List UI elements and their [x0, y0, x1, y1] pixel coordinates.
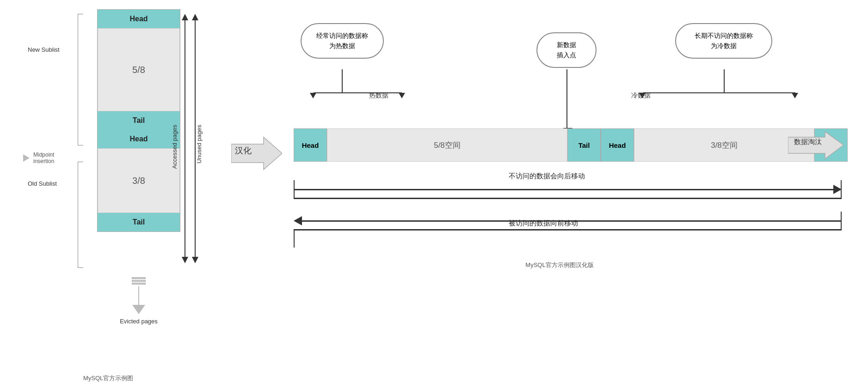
- mysql-caption-left: MySQL官方示例图: [83, 374, 133, 382]
- head1-block: Head: [98, 10, 180, 28]
- cloud3-vert-line: [724, 69, 725, 92]
- accessed-vert-line: [185, 20, 185, 257]
- cloud-hot-data: 经常访问的数据称 为热数据: [301, 23, 384, 59]
- backward-top-left: [294, 180, 295, 199]
- cloud3-down-arrow-right: [792, 93, 798, 98]
- accessed-down-arrow: [182, 257, 188, 263]
- accessed-pages-label: Accessed pages: [171, 125, 178, 169]
- new-sublist-bracket: [78, 14, 83, 146]
- evicted-arrow-line: [138, 286, 139, 305]
- cloud1-down-arrow-left: [310, 93, 316, 98]
- backward-top-right: [841, 180, 842, 199]
- accessed-up-arrow: [182, 14, 188, 20]
- unused-up-arrow: [192, 14, 198, 20]
- left-arrow-head: [294, 216, 302, 225]
- bar-space1: 5/8空间: [327, 128, 567, 162]
- cloud3-down-arrow-left: [639, 93, 646, 98]
- cloud1-horiz-line-right: [342, 92, 402, 93]
- head2-block: Head: [98, 130, 180, 148]
- forward-move-label: 被访问的数据向前移动: [509, 219, 578, 228]
- old-sublist-bracket: [78, 162, 83, 268]
- midpoint-arrow-icon: [23, 154, 30, 162]
- bar-head1: Head: [294, 128, 327, 162]
- accessed-pages-section: [182, 14, 188, 263]
- cloud-cold-data: 长期不访问的数据称 为冷数据: [675, 23, 772, 59]
- new-sublist-space: 5/8: [98, 28, 180, 111]
- cloud1-horiz-line-left: [314, 92, 344, 93]
- backward-bottom-line: [294, 198, 842, 199]
- hanhua-label: 汉化: [235, 145, 252, 156]
- midpoint-insertion-label: Midpointinsertion: [23, 152, 54, 164]
- evicted-line3: [132, 283, 146, 285]
- new-sublist-label: New Sublist: [28, 46, 60, 53]
- cloud1-down-arrow-right: [399, 93, 405, 98]
- cloud3-horiz-line-left: [643, 92, 725, 93]
- evict-label: 数据淘汰: [794, 138, 822, 146]
- unused-pages-label: Unused pages: [196, 125, 203, 164]
- evicted-arrow-head: [132, 305, 145, 314]
- hanhua-arrow-container: 汉化: [231, 135, 282, 173]
- backward-move-label: 不访问的数据会向后移动: [509, 172, 585, 181]
- unused-down-arrow: [192, 257, 198, 263]
- cloud-insert-point: 新数据 插入点: [536, 32, 597, 68]
- evicted-line2: [132, 280, 146, 282]
- backward-move-arrow: [294, 180, 842, 199]
- tail1-block: Tail: [98, 111, 180, 130]
- bar-tail1: Tail: [567, 128, 601, 162]
- cloud1-vert-line: [342, 69, 343, 92]
- forward-bottom-right: [841, 212, 842, 229]
- left-diagram: New Sublist Old Sublist Midpointinsertio…: [28, 9, 203, 232]
- evicted-pages-label: Evicted pages: [97, 318, 180, 325]
- evicted-section: Evicted pages: [97, 277, 180, 325]
- list-container: Head 5/8 Tail Head 3/8 Tail: [97, 9, 180, 232]
- evict-arrow-section: 数据淘汰: [787, 130, 843, 160]
- old-sublist-label: Old Sublist: [28, 180, 57, 187]
- cloud3-horiz-line-right: [724, 92, 795, 93]
- forward-bottom-line: [294, 229, 842, 230]
- buffer-pool-bar: Head 5/8空间 Tail Head 3/8空间 Tail: [294, 128, 848, 162]
- cloud2-vert-line: [566, 69, 567, 129]
- tail2-block: Tail: [98, 213, 180, 231]
- forward-bottom-left: [294, 229, 295, 248]
- mysql-caption-right: MySQL官方示例图汉化版: [282, 261, 837, 269]
- bar-head2: Head: [601, 128, 634, 162]
- old-sublist-space: 3/8: [98, 148, 180, 213]
- evicted-line1: [132, 277, 146, 279]
